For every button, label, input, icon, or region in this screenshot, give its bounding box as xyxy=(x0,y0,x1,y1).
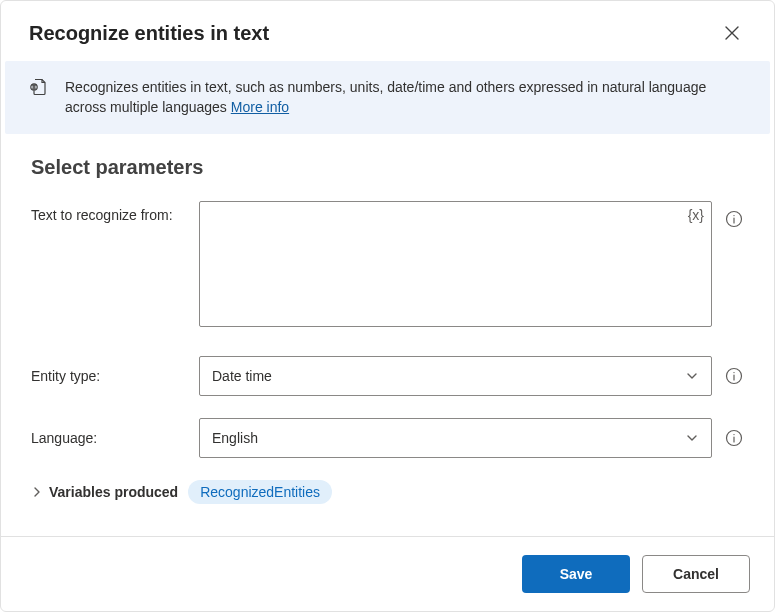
entity-type-select[interactable]: Date time xyxy=(199,356,712,396)
svg-point-4 xyxy=(733,371,734,372)
variables-produced-label: Variables produced xyxy=(49,484,178,500)
dialog-body: Select parameters Text to recognize from… xyxy=(1,134,774,536)
info-bar: Recognizes entities in text, such as num… xyxy=(5,61,770,134)
param-row-text: Text to recognize from: {x} xyxy=(31,201,744,330)
chevron-down-icon xyxy=(685,369,699,383)
entity-type-field-wrap: Date time xyxy=(199,356,744,396)
help-language-button[interactable] xyxy=(724,428,744,448)
param-row-entity-type: Entity type: Date time xyxy=(31,356,744,396)
language-field-wrap: English xyxy=(199,418,744,458)
close-icon xyxy=(725,26,739,40)
info-icon xyxy=(725,210,743,228)
info-icon xyxy=(725,429,743,447)
chevron-right-icon xyxy=(31,486,43,498)
language-label: Language: xyxy=(31,430,199,446)
more-info-link[interactable]: More info xyxy=(231,99,289,115)
cancel-button[interactable]: Cancel xyxy=(642,555,750,593)
entities-icon xyxy=(29,77,51,97)
language-select[interactable]: English xyxy=(199,418,712,458)
dialog-footer: Save Cancel xyxy=(1,536,774,611)
close-button[interactable] xyxy=(718,19,746,47)
info-description: Recognizes entities in text, such as num… xyxy=(65,79,706,115)
insert-variable-button[interactable]: {x} xyxy=(688,207,704,223)
variable-pill-recognized-entities[interactable]: RecognizedEntities xyxy=(188,480,332,504)
chevron-down-icon xyxy=(685,431,699,445)
param-row-language: Language: English xyxy=(31,418,744,458)
language-value: English xyxy=(212,430,258,446)
help-entity-type-button[interactable] xyxy=(724,366,744,386)
section-title: Select parameters xyxy=(31,156,744,179)
svg-point-2 xyxy=(733,214,734,215)
save-button[interactable]: Save xyxy=(522,555,630,593)
variables-produced-toggle[interactable]: Variables produced xyxy=(31,484,178,500)
dialog-header: Recognize entities in text xyxy=(1,1,774,61)
variables-row: Variables produced RecognizedEntities xyxy=(31,480,744,504)
help-text-button[interactable] xyxy=(724,209,744,229)
info-icon xyxy=(725,367,743,385)
text-field-wrap: {x} xyxy=(199,201,744,330)
entity-type-value: Date time xyxy=(212,368,272,384)
dialog-title: Recognize entities in text xyxy=(29,22,269,45)
text-to-recognize-input[interactable] xyxy=(199,201,712,327)
svg-point-6 xyxy=(733,433,734,434)
recognize-entities-dialog: Recognize entities in text Recognizes en… xyxy=(0,0,775,612)
info-text: Recognizes entities in text, such as num… xyxy=(65,77,746,118)
entity-type-label: Entity type: xyxy=(31,368,199,384)
text-label: Text to recognize from: xyxy=(31,201,199,223)
